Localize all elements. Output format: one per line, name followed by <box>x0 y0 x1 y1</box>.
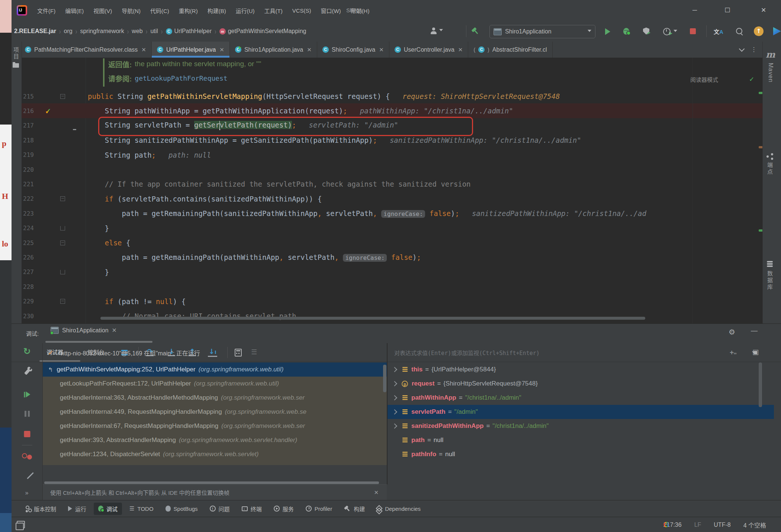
run-with-coverage-button[interactable] <box>643 28 650 35</box>
stop-button[interactable] <box>690 28 696 36</box>
menu-item[interactable]: 构建(B) <box>203 7 231 14</box>
encoding-indicator[interactable]: UTF-8 <box>714 522 730 528</box>
run-button[interactable] <box>605 28 610 36</box>
code-line[interactable]: 217 String servletPath = getServletPath(… <box>22 118 762 133</box>
variable-row[interactable]: prequest={ShiroHttpServletRequest@7548} <box>388 377 774 391</box>
tool-window-button-debug[interactable]: 调试 <box>94 503 122 515</box>
editor-tab[interactable]: CUrlPathHelper.java✕ <box>152 42 230 58</box>
thread-selector[interactable]: ✓ "http-nio-8082-exec-10"@5,169 在组"main"… <box>43 343 387 362</box>
close-button[interactable]: ✕ <box>755 0 772 21</box>
user-button[interactable] <box>430 28 443 34</box>
menu-item[interactable]: 工具(T) <box>259 7 287 14</box>
tool-window-button-build[interactable]: 构建 <box>340 503 369 515</box>
breakpoint-icon[interactable]: ✓ <box>44 107 52 115</box>
run-configuration-select[interactable]: Shiro1Application <box>489 25 595 38</box>
javadoc-see-link[interactable]: getLookupPathForRequest <box>135 74 227 82</box>
editor-tab[interactable]: CPathMatchingFilterChainResolver.class✕ <box>20 42 152 58</box>
fold-icon[interactable] <box>60 94 65 99</box>
variable-row[interactable]: pathWithinApp="/christ1na/../admin" <box>388 391 774 405</box>
menu-item[interactable]: 重构(R) <box>174 7 203 14</box>
breadcrumb-item[interactable]: web <box>132 28 142 35</box>
menu-item[interactable]: 导航(N) <box>117 7 145 14</box>
code-line[interactable]: 230 // Normal case: URI contains servlet… <box>22 309 762 323</box>
frames-horizontal-scrollbar[interactable] <box>44 481 379 484</box>
stack-frame-row[interactable]: ↰getPathWithinServletMapping:252, UrlPat… <box>43 362 387 377</box>
tool-window-button-profiler[interactable]: Profiler <box>301 503 337 514</box>
menu-item[interactable]: 视图(V) <box>89 7 117 14</box>
variable-row[interactable]: pathInfo=null <box>388 447 774 461</box>
stop-debug-button[interactable] <box>24 431 30 439</box>
tool-window-button-git[interactable]: 版本控制 <box>21 503 61 515</box>
close-icon[interactable]: ✕ <box>458 46 463 53</box>
fold-icon[interactable] <box>60 299 65 304</box>
expand-chevron-icon[interactable] <box>392 367 397 372</box>
close-icon[interactable]: ✕ <box>307 46 312 53</box>
close-icon[interactable]: ✕ <box>379 46 384 53</box>
google-translate-status-icon[interactable]: G <box>663 520 669 529</box>
variables-scrollbar[interactable] <box>759 362 762 407</box>
editor-tab[interactable]: CUserController.java✕ <box>389 42 469 58</box>
more-actions-button[interactable]: » <box>25 490 29 496</box>
code-line[interactable]: 218 String sanitizedPathWithinApp = getS… <box>22 133 762 148</box>
breadcrumb-item[interactable]: springframework <box>80 28 124 35</box>
editor-tab[interactable]: CShiro1Application.java✕ <box>230 42 317 58</box>
sidebar-item-project[interactable]: 项目 <box>12 47 20 68</box>
code-line[interactable]: 226 path = getRemainingPath(pathWithinAp… <box>22 250 762 265</box>
menu-item[interactable]: 编辑(E) <box>60 7 89 14</box>
translate-button[interactable]: 文A <box>714 28 723 35</box>
maximize-button[interactable]: ☐ <box>719 0 736 21</box>
code-editor[interactable]: 返回值: the path within the servlet mapping… <box>22 58 762 323</box>
window-layout-icon[interactable] <box>17 521 25 528</box>
frames-list[interactable]: ↰getPathWithinServletMapping:252, UrlPat… <box>43 362 387 465</box>
code-line[interactable]: 229 if (path != null) { <box>22 294 762 309</box>
tool-window-button-dependencies[interactable]: Dependencies <box>372 503 425 514</box>
code-line[interactable]: 216✓ String pathWithinApp = getPathWithi… <box>22 103 762 118</box>
fold-end-icon[interactable] <box>60 226 65 230</box>
minimize-button[interactable]: ─ <box>687 0 703 21</box>
debug-session-tab[interactable]: Shiro1Application ✕ <box>51 327 117 334</box>
rerun-button[interactable]: ↻ <box>23 346 30 357</box>
reader-mode-label[interactable]: 阅读器模式 <box>690 75 718 83</box>
tool-window-button-services[interactable]: 服务 <box>269 503 298 515</box>
tool-window-button-run[interactable]: 运行 <box>64 503 91 515</box>
variable-row[interactable]: path=null <box>388 433 774 447</box>
code-line[interactable]: 220 <box>22 162 762 177</box>
variable-row[interactable]: servletPath="/admin" <box>388 405 774 419</box>
minimize-tool-window-icon[interactable]: — <box>751 327 758 335</box>
variable-row[interactable]: this={UrlPathHelper@5844} <box>388 362 774 377</box>
pause-button[interactable] <box>25 411 30 417</box>
resume-button[interactable] <box>24 391 30 397</box>
expand-chevron-icon[interactable] <box>392 381 397 386</box>
tab-options-kebab-icon[interactable]: … <box>752 46 759 53</box>
code-line[interactable]: 228 <box>22 279 762 294</box>
stack-frame-row[interactable]: getHandler:1234, DispatcherServlet(org.s… <box>43 447 387 461</box>
tool-window-button-problems[interactable]: !问题 <box>205 503 234 515</box>
stack-frame-row[interactable]: getHandler:393, AbstractHandlerMapping(o… <box>43 433 387 447</box>
tool-window-button-spotbugs[interactable]: SpotBugs <box>161 503 202 514</box>
profiler-run-button[interactable] <box>663 28 677 35</box>
expand-chevron-icon[interactable] <box>392 423 397 429</box>
search-everywhere-button[interactable] <box>736 28 742 36</box>
breadcrumb-item[interactable]: org <box>64 28 73 35</box>
breadcrumb-item[interactable]: 2.RELEASE.jar <box>14 28 56 35</box>
plugin-action-button[interactable] <box>772 27 781 37</box>
close-icon[interactable]: ✕ <box>374 489 379 496</box>
breadcrumb-item[interactable]: mgetPathWithinServletMapping <box>219 28 306 35</box>
expand-chevron-icon[interactable] <box>392 395 397 400</box>
hidden-tabs-chevron-icon[interactable] <box>739 46 745 52</box>
update-button[interactable]: ↑ <box>754 26 764 36</box>
sidebar-item-endpoints[interactable]: 端点 <box>766 153 774 175</box>
inspections-ok-icon[interactable]: ✓ <box>749 75 754 83</box>
code-line[interactable]: 221 // If the app container sanitized th… <box>22 177 762 191</box>
close-icon[interactable]: ✕ <box>219 46 224 53</box>
stack-frame-row[interactable]: getHandlerInternal:67, RequestMappingHan… <box>43 419 387 433</box>
expand-chevron-icon[interactable] <box>392 409 397 415</box>
menu-item[interactable]: 文件(F) <box>32 7 60 14</box>
code-line[interactable]: 227 } <box>22 265 762 280</box>
tool-window-button-todo[interactable]: ☰TODO <box>125 503 158 514</box>
sidebar-item-maven[interactable]: m Maven <box>766 49 775 83</box>
breadcrumb-item[interactable]: util <box>150 28 158 35</box>
tool-window-button-terminal[interactable]: ›_终端 <box>237 503 266 515</box>
code-line[interactable]: 225 else { <box>22 235 762 250</box>
debugger-settings-button[interactable] <box>26 369 29 376</box>
